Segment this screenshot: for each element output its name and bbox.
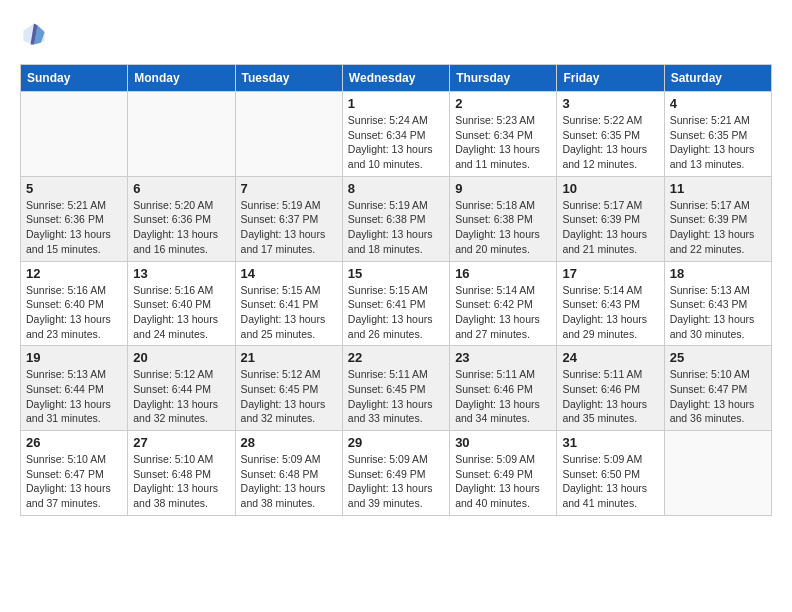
day-info: Sunrise: 5:16 AM Sunset: 6:40 PM Dayligh… xyxy=(133,283,229,342)
calendar-cell: 23Sunrise: 5:11 AM Sunset: 6:46 PM Dayli… xyxy=(450,346,557,431)
calendar-cell: 10Sunrise: 5:17 AM Sunset: 6:39 PM Dayli… xyxy=(557,176,664,261)
day-number: 23 xyxy=(455,350,551,365)
day-number: 2 xyxy=(455,96,551,111)
day-number: 9 xyxy=(455,181,551,196)
calendar-header-thursday: Thursday xyxy=(450,65,557,92)
day-info: Sunrise: 5:18 AM Sunset: 6:38 PM Dayligh… xyxy=(455,198,551,257)
calendar-cell: 27Sunrise: 5:10 AM Sunset: 6:48 PM Dayli… xyxy=(128,431,235,516)
logo xyxy=(20,20,52,48)
calendar-week-row: 19Sunrise: 5:13 AM Sunset: 6:44 PM Dayli… xyxy=(21,346,772,431)
day-info: Sunrise: 5:14 AM Sunset: 6:43 PM Dayligh… xyxy=(562,283,658,342)
day-number: 4 xyxy=(670,96,766,111)
calendar-cell: 8Sunrise: 5:19 AM Sunset: 6:38 PM Daylig… xyxy=(342,176,449,261)
day-number: 17 xyxy=(562,266,658,281)
calendar-week-row: 26Sunrise: 5:10 AM Sunset: 6:47 PM Dayli… xyxy=(21,431,772,516)
day-info: Sunrise: 5:17 AM Sunset: 6:39 PM Dayligh… xyxy=(670,198,766,257)
calendar-cell xyxy=(128,92,235,177)
calendar-cell: 24Sunrise: 5:11 AM Sunset: 6:46 PM Dayli… xyxy=(557,346,664,431)
day-number: 31 xyxy=(562,435,658,450)
calendar-cell: 11Sunrise: 5:17 AM Sunset: 6:39 PM Dayli… xyxy=(664,176,771,261)
day-info: Sunrise: 5:12 AM Sunset: 6:45 PM Dayligh… xyxy=(241,367,337,426)
calendar-cell: 14Sunrise: 5:15 AM Sunset: 6:41 PM Dayli… xyxy=(235,261,342,346)
calendar-cell: 7Sunrise: 5:19 AM Sunset: 6:37 PM Daylig… xyxy=(235,176,342,261)
calendar-cell: 29Sunrise: 5:09 AM Sunset: 6:49 PM Dayli… xyxy=(342,431,449,516)
day-info: Sunrise: 5:19 AM Sunset: 6:37 PM Dayligh… xyxy=(241,198,337,257)
calendar-cell: 6Sunrise: 5:20 AM Sunset: 6:36 PM Daylig… xyxy=(128,176,235,261)
calendar-cell: 25Sunrise: 5:10 AM Sunset: 6:47 PM Dayli… xyxy=(664,346,771,431)
day-number: 16 xyxy=(455,266,551,281)
day-info: Sunrise: 5:09 AM Sunset: 6:48 PM Dayligh… xyxy=(241,452,337,511)
calendar-header-saturday: Saturday xyxy=(664,65,771,92)
day-number: 11 xyxy=(670,181,766,196)
day-number: 18 xyxy=(670,266,766,281)
day-number: 20 xyxy=(133,350,229,365)
calendar-cell: 13Sunrise: 5:16 AM Sunset: 6:40 PM Dayli… xyxy=(128,261,235,346)
calendar-week-row: 1Sunrise: 5:24 AM Sunset: 6:34 PM Daylig… xyxy=(21,92,772,177)
day-number: 28 xyxy=(241,435,337,450)
day-number: 26 xyxy=(26,435,122,450)
calendar-cell: 18Sunrise: 5:13 AM Sunset: 6:43 PM Dayli… xyxy=(664,261,771,346)
day-number: 29 xyxy=(348,435,444,450)
day-info: Sunrise: 5:11 AM Sunset: 6:46 PM Dayligh… xyxy=(455,367,551,426)
calendar-cell: 16Sunrise: 5:14 AM Sunset: 6:42 PM Dayli… xyxy=(450,261,557,346)
calendar-table: SundayMondayTuesdayWednesdayThursdayFrid… xyxy=(20,64,772,516)
day-info: Sunrise: 5:14 AM Sunset: 6:42 PM Dayligh… xyxy=(455,283,551,342)
day-info: Sunrise: 5:20 AM Sunset: 6:36 PM Dayligh… xyxy=(133,198,229,257)
day-info: Sunrise: 5:09 AM Sunset: 6:49 PM Dayligh… xyxy=(348,452,444,511)
day-info: Sunrise: 5:21 AM Sunset: 6:36 PM Dayligh… xyxy=(26,198,122,257)
calendar-cell: 5Sunrise: 5:21 AM Sunset: 6:36 PM Daylig… xyxy=(21,176,128,261)
day-number: 6 xyxy=(133,181,229,196)
day-number: 22 xyxy=(348,350,444,365)
day-info: Sunrise: 5:12 AM Sunset: 6:44 PM Dayligh… xyxy=(133,367,229,426)
calendar-cell: 22Sunrise: 5:11 AM Sunset: 6:45 PM Dayli… xyxy=(342,346,449,431)
day-info: Sunrise: 5:17 AM Sunset: 6:39 PM Dayligh… xyxy=(562,198,658,257)
day-number: 3 xyxy=(562,96,658,111)
day-number: 10 xyxy=(562,181,658,196)
calendar-header-row: SundayMondayTuesdayWednesdayThursdayFrid… xyxy=(21,65,772,92)
calendar-cell xyxy=(235,92,342,177)
calendar-header-sunday: Sunday xyxy=(21,65,128,92)
day-info: Sunrise: 5:11 AM Sunset: 6:46 PM Dayligh… xyxy=(562,367,658,426)
calendar-week-row: 5Sunrise: 5:21 AM Sunset: 6:36 PM Daylig… xyxy=(21,176,772,261)
day-info: Sunrise: 5:24 AM Sunset: 6:34 PM Dayligh… xyxy=(348,113,444,172)
calendar-cell: 1Sunrise: 5:24 AM Sunset: 6:34 PM Daylig… xyxy=(342,92,449,177)
calendar-cell: 31Sunrise: 5:09 AM Sunset: 6:50 PM Dayli… xyxy=(557,431,664,516)
day-info: Sunrise: 5:15 AM Sunset: 6:41 PM Dayligh… xyxy=(348,283,444,342)
day-number: 8 xyxy=(348,181,444,196)
day-number: 7 xyxy=(241,181,337,196)
day-info: Sunrise: 5:10 AM Sunset: 6:47 PM Dayligh… xyxy=(670,367,766,426)
calendar-cell: 19Sunrise: 5:13 AM Sunset: 6:44 PM Dayli… xyxy=(21,346,128,431)
day-info: Sunrise: 5:19 AM Sunset: 6:38 PM Dayligh… xyxy=(348,198,444,257)
calendar-cell: 26Sunrise: 5:10 AM Sunset: 6:47 PM Dayli… xyxy=(21,431,128,516)
day-info: Sunrise: 5:13 AM Sunset: 6:44 PM Dayligh… xyxy=(26,367,122,426)
day-info: Sunrise: 5:11 AM Sunset: 6:45 PM Dayligh… xyxy=(348,367,444,426)
day-info: Sunrise: 5:10 AM Sunset: 6:47 PM Dayligh… xyxy=(26,452,122,511)
day-number: 25 xyxy=(670,350,766,365)
calendar-cell xyxy=(664,431,771,516)
calendar-cell: 12Sunrise: 5:16 AM Sunset: 6:40 PM Dayli… xyxy=(21,261,128,346)
day-info: Sunrise: 5:13 AM Sunset: 6:43 PM Dayligh… xyxy=(670,283,766,342)
logo-icon xyxy=(20,20,48,48)
calendar-cell: 20Sunrise: 5:12 AM Sunset: 6:44 PM Dayli… xyxy=(128,346,235,431)
day-info: Sunrise: 5:09 AM Sunset: 6:50 PM Dayligh… xyxy=(562,452,658,511)
calendar-header-friday: Friday xyxy=(557,65,664,92)
day-info: Sunrise: 5:16 AM Sunset: 6:40 PM Dayligh… xyxy=(26,283,122,342)
calendar-header-monday: Monday xyxy=(128,65,235,92)
day-number: 19 xyxy=(26,350,122,365)
day-number: 15 xyxy=(348,266,444,281)
calendar-cell: 15Sunrise: 5:15 AM Sunset: 6:41 PM Dayli… xyxy=(342,261,449,346)
day-info: Sunrise: 5:15 AM Sunset: 6:41 PM Dayligh… xyxy=(241,283,337,342)
day-info: Sunrise: 5:21 AM Sunset: 6:35 PM Dayligh… xyxy=(670,113,766,172)
calendar-cell: 3Sunrise: 5:22 AM Sunset: 6:35 PM Daylig… xyxy=(557,92,664,177)
calendar-cell: 9Sunrise: 5:18 AM Sunset: 6:38 PM Daylig… xyxy=(450,176,557,261)
day-info: Sunrise: 5:10 AM Sunset: 6:48 PM Dayligh… xyxy=(133,452,229,511)
day-info: Sunrise: 5:23 AM Sunset: 6:34 PM Dayligh… xyxy=(455,113,551,172)
day-info: Sunrise: 5:22 AM Sunset: 6:35 PM Dayligh… xyxy=(562,113,658,172)
day-number: 27 xyxy=(133,435,229,450)
day-number: 24 xyxy=(562,350,658,365)
calendar-header-wednesday: Wednesday xyxy=(342,65,449,92)
day-number: 14 xyxy=(241,266,337,281)
day-number: 5 xyxy=(26,181,122,196)
calendar-cell: 30Sunrise: 5:09 AM Sunset: 6:49 PM Dayli… xyxy=(450,431,557,516)
day-number: 21 xyxy=(241,350,337,365)
